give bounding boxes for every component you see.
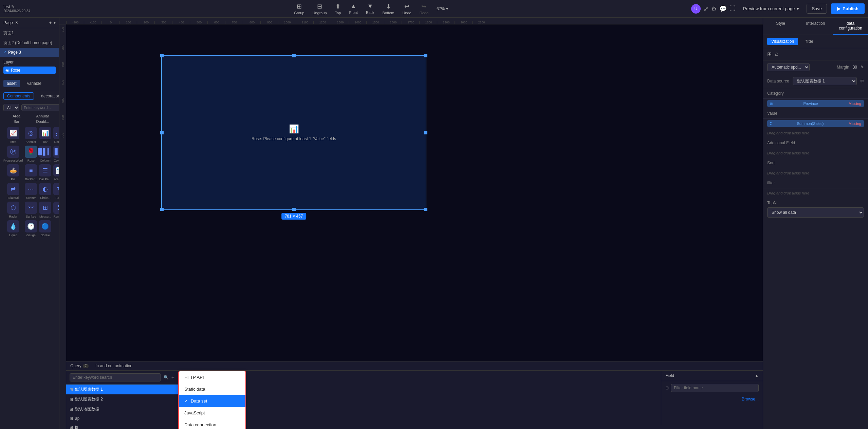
bottom-panel: Query 7 In and out animation 🔍 + — [66, 361, 763, 429]
data-source-select[interactable]: 默认图表数据 1 — [793, 77, 857, 85]
resize-handle-mr[interactable] — [424, 131, 427, 134]
user-avatar[interactable]: U — [691, 4, 701, 14]
chart-area[interactable]: 📈 Area — [3, 127, 23, 144]
chart-double[interactable]: ⋮⋮ Doubl... — [53, 127, 59, 144]
resize-handle-tc[interactable] — [292, 54, 296, 57]
group-button[interactable]: ⊞ Group — [294, 3, 304, 15]
tab-variable[interactable]: Variable — [23, 80, 45, 87]
tab-query[interactable]: Query 7 — [70, 363, 89, 368]
fullscreen-icon[interactable]: ⛶ — [730, 5, 736, 12]
settings-icon[interactable]: ⚙ — [711, 5, 717, 13]
canvas-main[interactable]: 📊 Rose: Please configure at least 1 "Val… — [66, 24, 763, 429]
dropdown-data-connection[interactable]: Data connection — [179, 419, 245, 429]
margin-edit-icon[interactable]: ✎ — [861, 65, 864, 70]
chart-funnel[interactable]: ⛛ Funnel — [53, 183, 59, 200]
resize-handle-bl[interactable] — [160, 208, 164, 211]
colum-chart-icon: ▋▍ — [53, 146, 59, 158]
chart-scatter[interactable]: ⋯ Scatter — [25, 183, 37, 200]
edit-icon[interactable]: ✎ — [11, 4, 15, 9]
datasource-item-1[interactable]: ⊞ 默认图表数据 1 — [66, 385, 178, 394]
chart-bilateral[interactable]: ⇌ Bilateral — [3, 183, 23, 200]
layer-rose[interactable]: ◉ Rose — [3, 67, 56, 74]
top-button[interactable]: ⬆ Top — [335, 3, 341, 15]
auto-update-select[interactable]: Automatic upd... — [767, 63, 810, 71]
tab-animation[interactable]: In and out animation — [95, 363, 132, 368]
grid-layout-icon[interactable]: ⊞ — [767, 51, 772, 57]
add-datasource-icon[interactable]: + — [171, 374, 174, 380]
datasource-item-3[interactable]: ⊞ 默认地图数据 — [66, 404, 178, 414]
tab-asset[interactable]: asset — [3, 80, 20, 87]
resize-handle-br[interactable] — [424, 208, 427, 211]
right-panel: Style Interaction data configuration Vis… — [763, 18, 868, 429]
resize-handle-tr[interactable] — [424, 54, 427, 57]
undo-icon: ↩ — [404, 3, 409, 10]
chart-progressword[interactable]: Ⓟ ProgressWord — [3, 146, 23, 162]
publish-button[interactable]: ▶ Publish — [831, 3, 865, 14]
tab-animation-label: In and out animation — [95, 363, 132, 368]
data-source-settings-icon[interactable]: ⚙ — [860, 79, 864, 83]
chart-barper[interactable]: ≡ BarPer... — [25, 164, 37, 181]
tab-components[interactable]: Components — [3, 92, 34, 100]
chart-sankey[interactable]: 〰 Sankey — [25, 202, 37, 218]
dropdown-http-api[interactable]: HTTP API — [179, 371, 245, 383]
page-item-1[interactable]: 页面1 — [0, 28, 59, 38]
chart-3dpie[interactable]: 🔵 3D Pie — [39, 220, 51, 237]
datasource-item-4[interactable]: ⊞ api — [66, 414, 178, 423]
chart-barpa[interactable]: ☰ Bar Pa... — [39, 164, 51, 181]
house-icon[interactable]: ⌂ — [775, 51, 778, 57]
page-item-2[interactable]: 页面2 (Default home page) — [0, 38, 59, 48]
search-icon[interactable]: 🔍 — [164, 375, 169, 380]
search-input[interactable] — [21, 104, 59, 111]
undo-button[interactable]: ↩ Undo — [402, 3, 411, 15]
field-collapse-icon[interactable]: ▲ — [755, 373, 759, 378]
add-page-icon[interactable]: + — [49, 20, 52, 25]
chart-bar[interactable]: 📊 Bar — [39, 127, 51, 144]
chart-column[interactable]: ▊▌▎ Column — [39, 146, 51, 162]
browse-link[interactable]: Browse... — [742, 397, 759, 402]
chart-ranking[interactable]: ≣ Rankin... — [53, 202, 59, 218]
chart-measure[interactable]: ⊞ Measu... — [39, 202, 51, 218]
dropdown-static-data[interactable]: Static data — [179, 383, 245, 395]
filter-select[interactable]: All — [3, 104, 19, 111]
save-button[interactable]: Save — [807, 4, 827, 14]
share-icon[interactable]: ⤢ — [703, 5, 708, 13]
chart-circle[interactable]: ◐ Circle... — [39, 183, 51, 200]
field-filter-input[interactable] — [671, 384, 759, 392]
dropdown-dataset[interactable]: ✓ Data set — [179, 395, 245, 407]
redo-button[interactable]: ↪ Redo — [420, 3, 428, 15]
data-search-input[interactable] — [70, 373, 161, 381]
resize-handle-tl[interactable] — [160, 54, 164, 57]
chart-pie[interactable]: 🥧 Pie — [3, 164, 23, 181]
pages-menu-icon[interactable]: ▾ — [54, 20, 56, 25]
chart-areap[interactable]: 📉 Area P... — [53, 164, 59, 181]
datasource-item-2[interactable]: ⊞ 默认图表数据 2 — [66, 394, 178, 404]
dropdown-javascript[interactable]: JavaScript — [179, 407, 245, 419]
tab-decoration[interactable]: decoration — [37, 92, 59, 100]
chart-colum[interactable]: ▋▍ Colum... — [53, 146, 59, 162]
ungroup-button[interactable]: ⊟ Ungroup — [312, 3, 327, 15]
tab-data-config[interactable]: data configuration — [833, 18, 868, 35]
tab-visualization[interactable]: Visualization — [767, 38, 798, 45]
back-button[interactable]: ▼ Back — [366, 3, 374, 15]
resize-handle-ml[interactable] — [160, 131, 164, 134]
chart-radar[interactable]: ⬡ Radar — [3, 202, 23, 218]
topn-select[interactable]: Show all data — [767, 207, 864, 218]
chart-annular[interactable]: ◎ Annular — [25, 127, 37, 144]
tab-style[interactable]: Style — [763, 18, 798, 35]
preview-button[interactable]: Preview from current page ▾ — [740, 4, 802, 13]
preview-chevron-icon: ▾ — [797, 6, 799, 11]
chart-gauge[interactable]: 🕐 Gauge — [25, 220, 37, 237]
comment-icon[interactable]: 💬 — [719, 5, 727, 13]
tab-filter[interactable]: filter — [801, 38, 817, 45]
chart-liquid[interactable]: 💧 Liquid — [3, 220, 23, 237]
app-name: test — [3, 4, 10, 9]
bottom-button[interactable]: ⬇ Bottom — [383, 3, 394, 15]
front-button[interactable]: ▲ Front — [349, 3, 358, 15]
datasource-item-5[interactable]: ⊞ js — [66, 423, 178, 429]
resize-handle-bc[interactable] — [292, 208, 296, 211]
chart-rose[interactable]: 🌹 Rose — [25, 146, 37, 162]
tab-interaction[interactable]: Interaction — [798, 18, 833, 35]
chart-component[interactable]: 📊 Rose: Please configure at least 1 "Val… — [161, 55, 426, 210]
page-item-3[interactable]: ✓ Page 3 — [0, 48, 59, 57]
zoom-control[interactable]: 67% ▾ — [437, 6, 448, 11]
